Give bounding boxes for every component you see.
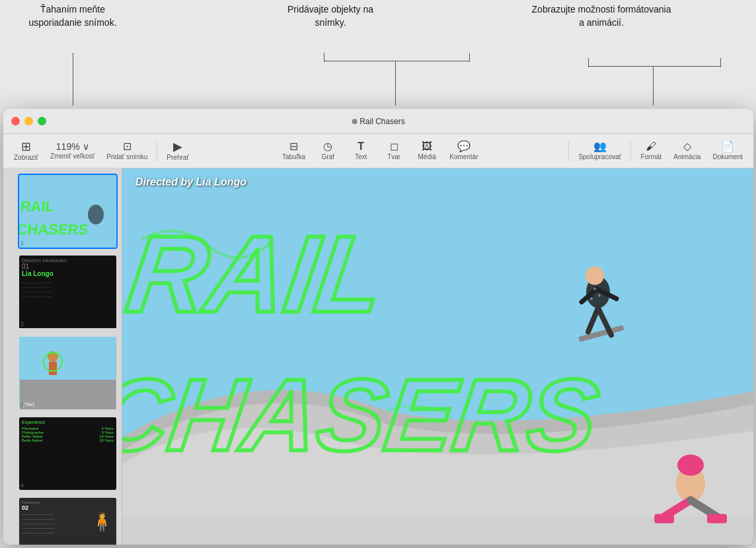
toolbar-resize-button[interactable]: 119% ∨ Zmeniť veľkosť: [45, 139, 100, 162]
slide-directed-by: Directed by Lia Longo: [135, 176, 246, 188]
titlebar: Rail Chasers: [3, 109, 753, 134]
slide-thumb-wrapper-5: Treatment 02 ────────────── ────────────…: [7, 497, 118, 545]
add-slide-icon: ⊡: [123, 141, 132, 152]
toolbar-divider3: [630, 141, 631, 161]
toolbar-play-button[interactable]: ▶ Prehrať: [161, 138, 194, 164]
format-label: Formát: [640, 153, 662, 160]
svg-text:CHASERS: CHASERS: [19, 221, 89, 238]
thumb1-graffiti-svg: RAIL CHASERS: [19, 175, 116, 248]
annotation-center-hline: [324, 61, 469, 61]
slide-thumb-1[interactable]: Directed by Lia Longo RAIL CHASERS 1: [18, 174, 118, 249]
title-text: Rail Chasers: [359, 117, 405, 126]
annotation-right-down-line: [653, 66, 654, 106]
toolbar-container: ⊞ Zobraziť 119% ∨ Zmeniť veľkosť ⊡ Prida…: [3, 134, 753, 168]
add-slide-label: Pridať snímku: [106, 153, 147, 160]
slide-thumb-wrapper-2: Director's Introduction 01 Lia Longo ───…: [7, 254, 118, 329]
slide-panel[interactable]: Directed by Lia Longo RAIL CHASERS 1: [3, 168, 122, 545]
annotation-left-line: [73, 53, 73, 106]
toolbar-chart-button[interactable]: ◷ Graf: [312, 139, 344, 163]
slide-thumb-4[interactable]: Experience Filmmaker 6 Years Photographe…: [18, 416, 118, 491]
toolbar-media-button[interactable]: 🖼 Médiá: [411, 139, 443, 163]
slide-thumb-3[interactable]: [Title] 3: [18, 335, 118, 411]
view-icon: ⊞: [21, 141, 31, 153]
annotation-right: Zobrazujte možnosti formátovania a animá…: [529, 3, 674, 29]
shape-icon: ◻: [390, 141, 398, 152]
annotation-left: Ťahaním meňte usporiadanie snímok.: [26, 3, 119, 29]
title-dot-icon: [352, 119, 357, 124]
slide-thumb-wrapper-4: Experience Filmmaker 6 Years Photographe…: [7, 416, 118, 491]
slide-number-2: 2: [20, 321, 24, 327]
slide-thumb-5[interactable]: Treatment 02 ────────────── ────────────…: [18, 497, 118, 545]
svg-text:[Title]: [Title]: [23, 402, 34, 407]
toolbar-view-button[interactable]: ⊞ Zobraziť: [9, 138, 44, 164]
collaborate-label: Spolupracovať: [578, 153, 621, 160]
comment-icon: 💬: [457, 141, 471, 152]
toolbar-animate-button[interactable]: ◇ Animácia: [668, 139, 706, 163]
thumb2-director-label: Director's Introduction: [22, 258, 114, 263]
thumb2-name: Lia Longo: [22, 270, 114, 278]
annotation-right-hline: [588, 66, 720, 67]
view-label: Zobraziť: [14, 154, 38, 161]
graffiti-svg: RAIL CHASERS: [122, 168, 753, 545]
slide-number-4: 4: [20, 482, 24, 489]
animate-icon: ◇: [683, 141, 691, 152]
play-label: Prehrať: [167, 154, 189, 161]
svg-point-3: [88, 205, 104, 224]
thumb2-body: ───────────── ───────────── ────────────…: [22, 281, 114, 299]
thumb2-number: 01: [22, 263, 114, 270]
toolbar-shape-button[interactable]: ◻ Tvar: [378, 139, 410, 163]
annotation-center-left-vline: [324, 53, 324, 62]
slide-thumb-2[interactable]: Director's Introduction 01 Lia Longo ───…: [18, 254, 118, 329]
toolbar-table-button[interactable]: ⊟ Tabuľka: [277, 139, 311, 163]
thumb5-num: 02: [22, 504, 114, 511]
thumb5-person-icon: 🧍: [91, 511, 114, 533]
media-label: Médiá: [418, 153, 436, 160]
main-canvas[interactable]: RAIL CHASERS Directed by Lia Longo: [122, 168, 753, 545]
minimize-button[interactable]: [24, 117, 33, 125]
resize-label: Zmeniť veľkosť: [50, 153, 94, 160]
media-icon: 🖼: [422, 141, 432, 152]
document-label: Dokument: [712, 153, 743, 160]
slide-thumb-wrapper-3: [Title] 3: [7, 335, 118, 411]
svg-rect-7: [49, 362, 57, 375]
toolbar-format-button[interactable]: 🖌 Formát: [635, 139, 667, 163]
annotation-center-down-line: [395, 61, 396, 106]
traffic-lights: [11, 117, 46, 125]
svg-text:RAIL: RAIL: [20, 198, 55, 215]
slide-number-1: 1: [20, 240, 24, 246]
thumb3-svg: [Title]: [19, 337, 116, 409]
play-icon: ▶: [173, 141, 182, 153]
maximize-button[interactable]: [38, 117, 46, 125]
annotation-center: Pridávajte objekty na snímky.: [278, 3, 383, 29]
toolbar-document-button[interactable]: 📄 Dokument: [707, 139, 748, 163]
close-button[interactable]: [11, 117, 20, 125]
annotation-center-right-vline: [469, 53, 470, 62]
comment-label: Komentár: [449, 153, 478, 160]
chart-label: Graf: [321, 153, 334, 160]
window-title: Rail Chasers: [352, 117, 405, 126]
svg-text:CHASERS: CHASERS: [122, 358, 605, 472]
toolbar-collaborate-button[interactable]: 👥 Spolupracovať: [573, 139, 626, 163]
slide-number-3: 3: [20, 401, 24, 408]
thumb4-row4: Berlin Native 28 Years: [22, 438, 114, 442]
text-icon: T: [358, 141, 364, 152]
animate-label: Animácia: [673, 153, 700, 160]
toolbar-comment-button[interactable]: 💬 Komentár: [444, 139, 483, 163]
table-icon: ⊟: [289, 141, 298, 152]
toolbar-divider1: [157, 141, 157, 161]
content-area: Directed by Lia Longo RAIL CHASERS 1: [3, 168, 753, 545]
toolbar-add-slide-button[interactable]: ⊡ Pridať snímku: [101, 139, 153, 163]
table-label: Tabuľka: [282, 153, 305, 160]
toolbar-divider2: [568, 141, 569, 161]
slide-canvas: RAIL CHASERS Directed by Lia Longo: [122, 168, 753, 545]
text-label: Text: [355, 153, 367, 160]
main-window: Rail Chasers ⊞ Zobraziť 119% ∨ Zmeniť ve…: [3, 109, 753, 545]
annotation-right-right-vline: [720, 58, 721, 67]
resize-icon: 119% ∨: [56, 142, 89, 151]
collaborate-icon: 👥: [593, 141, 607, 152]
toolbar-text-button[interactable]: T Text: [345, 139, 377, 163]
toolbar-row1: ⊞ Zobraziť 119% ∨ Zmeniť veľkosť ⊡ Prida…: [3, 134, 753, 168]
annotation-right-left-vline: [588, 58, 589, 67]
chart-icon: ◷: [323, 141, 332, 152]
document-icon: 📄: [721, 141, 734, 152]
